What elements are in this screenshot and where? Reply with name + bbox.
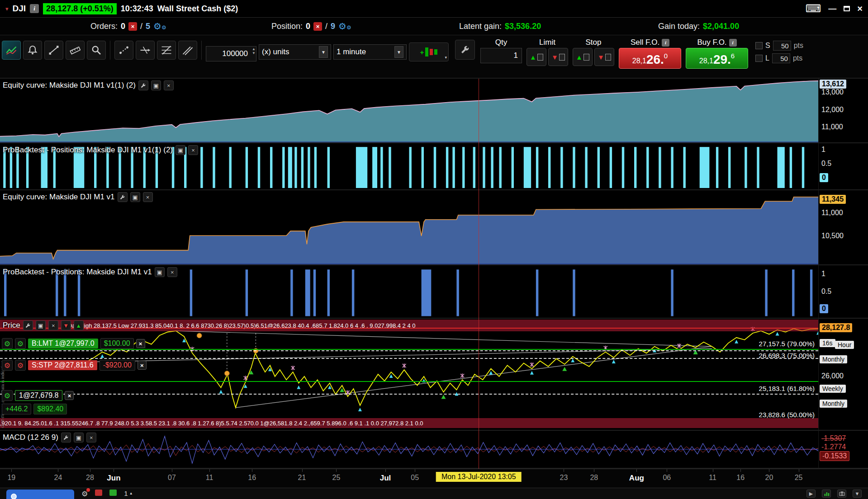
channel-tool-icon[interactable] <box>178 41 197 60</box>
panel-window-icon[interactable]: ▣ <box>130 192 140 202</box>
orders-group: Orders: 0 × / 5 ⚙⚙ <box>90 18 166 35</box>
sell-market-button[interactable]: 28,126.0 <box>619 48 681 69</box>
fib-line-75 <box>0 358 818 359</box>
fibonacci-tool-icon[interactable] <box>157 41 176 60</box>
sell-mini-icon[interactable] <box>95 490 102 496</box>
limit-checkbox[interactable] <box>755 55 763 62</box>
buy-limit-line[interactable] <box>0 349 818 350</box>
ruler-tool-icon[interactable] <box>66 41 85 60</box>
keyboard-icon[interactable]: ⌨ <box>806 2 821 15</box>
panel-close-icon[interactable]: × <box>143 192 153 202</box>
panel-wrench-icon[interactable] <box>23 320 33 330</box>
buy-limit-order-row: ⚙ ⚙ B:LMT 1@27,997.0 $100.00 × <box>2 338 145 349</box>
camera-snapshot-icon[interactable] <box>837 490 846 498</box>
units-dropdown[interactable]: (x) units ▼ <box>259 44 331 60</box>
crossline-tool-icon[interactable] <box>136 41 155 60</box>
order-gear-icon[interactable]: ⚙ <box>2 338 13 349</box>
order-gear-icon[interactable]: ⚙ <box>15 360 26 371</box>
sell-arrow-icon[interactable]: ▼ <box>61 320 71 330</box>
panel-close-icon[interactable]: × <box>86 433 96 443</box>
panel-close-icon[interactable]: × <box>164 80 174 90</box>
timeframe-button-weekly[interactable]: Weekly <box>820 385 846 393</box>
panel-window-icon[interactable]: ▣ <box>155 267 165 277</box>
timeframe-dropdown[interactable]: 1 minute ▼ <box>333 44 407 60</box>
qty-column: Qty <box>480 37 522 78</box>
chevron-down-icon: ▼ <box>319 46 328 58</box>
order-qty-input[interactable] <box>480 48 522 63</box>
play-forward-button[interactable]: ▶ <box>806 490 816 498</box>
panel-window-icon[interactable]: ▣ <box>36 320 46 330</box>
time-axis-label: 23 <box>560 474 568 482</box>
close-position-icon[interactable]: × <box>65 391 74 400</box>
order-settings-wrench-icon[interactable] <box>455 40 475 60</box>
info-icon[interactable]: i <box>30 4 39 13</box>
timeframe-button-hour[interactable]: Hour <box>835 341 854 349</box>
info-icon[interactable]: i <box>729 39 737 47</box>
buy-limit-button[interactable]: ▲ <box>526 48 546 66</box>
timeframe-button-monthly[interactable]: Monthly <box>820 355 847 363</box>
panel-close-icon[interactable]: × <box>188 145 198 155</box>
info-icon[interactable]: i <box>662 39 669 47</box>
symbol-dropdown-caret-icon[interactable]: ▾ <box>5 5 9 12</box>
price-chart[interactable]: Day High 28,137.5 Low 27,931.3 85.040.1 … <box>0 319 818 430</box>
panel-wrench-icon[interactable] <box>138 80 148 90</box>
bottom-qty-stepper[interactable]: 1▲ <box>124 490 133 497</box>
order-gear-icon[interactable]: ⚙ <box>15 338 26 349</box>
sell-stop-order-label[interactable]: S:STP 2@27,811.6 <box>28 360 97 370</box>
panel-window-icon[interactable]: ▣ <box>151 80 161 90</box>
macd-last-value: -0.1533 <box>820 451 849 461</box>
panel-title: Equity curve: Makside DJI M1 v1(1) (2) <box>3 81 136 90</box>
position-gear-icon[interactable]: ⚙ <box>2 390 13 401</box>
download-icon[interactable]: ▼ <box>853 490 862 498</box>
quantity-spinner[interactable]: ▲▼ <box>252 47 256 55</box>
timeframe-button-monthly-2[interactable]: Monthly <box>820 400 847 408</box>
open-position-label[interactable]: 1@27,679.8 <box>15 390 62 401</box>
limit-pts-input[interactable] <box>772 53 790 63</box>
time-axis[interactable]: 192428Jun0711162125Jul052328Aug061116202… <box>0 469 868 488</box>
time-axis-tick <box>740 469 741 472</box>
panel-wrench-icon[interactable] <box>61 433 71 443</box>
instrument-symbol[interactable]: DJI <box>13 4 26 14</box>
volume-bars-icon[interactable] <box>822 490 831 498</box>
panel-close-icon[interactable]: × <box>48 320 58 330</box>
cancel-order-icon[interactable]: × <box>136 339 145 348</box>
panel-window-icon[interactable]: ▣ <box>175 145 185 155</box>
panel-close-icon[interactable]: × <box>167 267 177 277</box>
order-gear-icon[interactable]: ⚙ <box>2 360 13 371</box>
minimize-button[interactable]: — <box>828 4 836 14</box>
buy-limit-order-label[interactable]: B:LMT 1@27,997.0 <box>28 339 98 348</box>
time-axis-label: 25 <box>332 474 341 482</box>
buy-market-button[interactable]: 28,129.6 <box>686 48 748 69</box>
buy-mini-icon[interactable] <box>109 490 117 496</box>
bottom-tab-button[interactable] <box>6 490 74 499</box>
panel-window-icon[interactable]: ▣ <box>74 433 84 443</box>
sell-limit-button[interactable]: ▼ <box>548 48 568 66</box>
settings-gear-icon[interactable]: ⚙ <box>81 490 88 498</box>
stop-pts-input[interactable] <box>773 41 791 51</box>
close-position-button[interactable]: × <box>313 22 322 31</box>
segment-tool-icon[interactable] <box>114 41 133 60</box>
macd-chart[interactable] <box>0 431 818 468</box>
cancel-orders-button[interactable]: × <box>128 22 137 31</box>
alert-bell-icon[interactable] <box>23 41 42 60</box>
time-axis-tick <box>336 469 337 472</box>
timeframe-button-16s[interactable]: 16s <box>820 339 835 347</box>
zoom-tool-icon[interactable] <box>87 41 106 60</box>
sell-stop-button[interactable]: ▼ <box>594 48 614 66</box>
chart-style-button[interactable]: + ▾ <box>409 42 449 61</box>
restore-window-button[interactable] <box>844 6 850 11</box>
support-line[interactable] <box>0 381 818 382</box>
open-position-row: ⚙ 1@27,679.8 × <box>2 390 74 401</box>
close-window-button[interactable]: × <box>857 4 863 14</box>
trendline-tool-icon[interactable] <box>44 41 63 60</box>
panel-wrench-icon[interactable] <box>118 192 128 202</box>
buy-stop-button[interactable]: ▲ <box>573 48 593 66</box>
orders-settings-gear-icon[interactable]: ⚙⚙ <box>153 21 166 32</box>
quantity-input[interactable] <box>206 46 256 61</box>
stop-checkbox[interactable] <box>755 42 763 49</box>
position-settings-gear-icon[interactable]: ⚙⚙ <box>338 21 351 32</box>
cancel-order-icon[interactable]: × <box>138 361 147 370</box>
time-axis-label: 06 <box>663 474 671 482</box>
buy-arrow-icon[interactable]: ▲ <box>74 320 84 330</box>
indicator-chart-icon[interactable] <box>2 41 21 60</box>
